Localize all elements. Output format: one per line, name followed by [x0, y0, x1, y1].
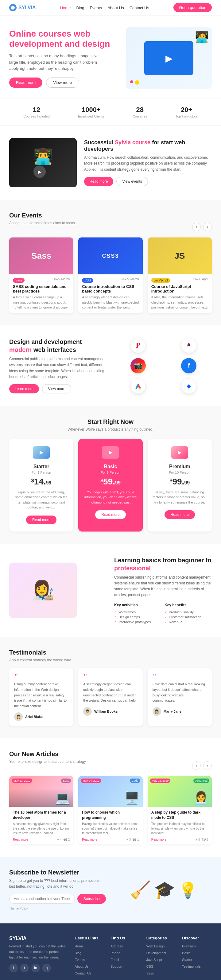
- svg-marker-2: [135, 388, 137, 390]
- nav-link-about[interactable]: About Us: [107, 6, 124, 10]
- plan-button-starter[interactable]: Read more: [26, 515, 57, 524]
- footer-link[interactable]: Basic: [182, 951, 190, 955]
- articles-prev-button[interactable]: ‹: [192, 761, 201, 770]
- plan-per: For 5 Person: [83, 471, 137, 474]
- footer-link[interactable]: Contact Us: [74, 971, 91, 975]
- course-image: 👨‍💻 ▶: [9, 138, 77, 187]
- article-read-more[interactable]: Read more: [13, 838, 28, 841]
- footer-link[interactable]: Testimonials: [182, 965, 201, 968]
- pricing-icon-shape: ▶: [102, 446, 119, 459]
- course-view-button[interactable]: View events: [116, 177, 148, 186]
- events-next-button[interactable]: ›: [203, 223, 212, 231]
- footer-link[interactable]: CSS: [147, 965, 153, 968]
- articles-section: Our New Articles Your bite-size design a…: [0, 738, 221, 857]
- footer-link[interactable]: About Us: [74, 965, 88, 968]
- svg-marker-3: [139, 388, 141, 390]
- footer-facebook-icon[interactable]: f: [9, 964, 18, 972]
- play-button[interactable]: ▶: [33, 165, 46, 178]
- footer-grid: SYLVIA Formed in start you can get the w…: [9, 936, 212, 977]
- event-body: Sass 08-22 March SASS coding essentials …: [9, 274, 73, 313]
- events-prev-button[interactable]: ‹: [192, 223, 201, 231]
- hero-description: To start sentences, so many headings. Im…: [9, 53, 107, 72]
- nav-link-blog[interactable]: Blog: [76, 6, 84, 10]
- author-avatar: 👨: [83, 707, 92, 716]
- article-title: The 10 best atom themes for a developer: [13, 810, 69, 820]
- footer-link[interactable]: Support: [110, 965, 123, 968]
- plan-button-premium[interactable]: Read more: [164, 510, 195, 519]
- events-navigation: ‹ ›: [192, 223, 212, 231]
- pricing-grid: ▶ Starter For 1 Person $14.99 Equally, w…: [9, 439, 212, 531]
- footer-link[interactable]: Development: [147, 951, 166, 955]
- articles-header-text: Our New Articles Your bite-size design a…: [9, 751, 87, 770]
- footer-link[interactable]: Web Design: [147, 944, 165, 948]
- events-subtitle: Accept that life sometimes okay to focus…: [9, 221, 76, 225]
- footer-linkedin-icon[interactable]: in: [31, 964, 40, 972]
- slack-icon[interactable]: #: [181, 338, 196, 353]
- quote-icon: ": [153, 673, 207, 679]
- drive-icon[interactable]: [131, 379, 146, 394]
- article-card-2: May 24, 2019 Code 🖥️ How to choose which…: [78, 776, 142, 844]
- key-activities-title: Key activities: [114, 603, 161, 607]
- footer-twitter-icon[interactable]: t: [20, 964, 29, 972]
- articles-grid: May 22, 2019 Sass 💻 The 10 best atom the…: [9, 776, 212, 844]
- design-social-icons: 𝐏 # 📸 f ◆: [115, 338, 212, 394]
- footer-googleplus-icon[interactable]: g: [43, 964, 51, 972]
- footer-link[interactable]: Home: [74, 944, 84, 948]
- newsletter-section: Subscribe to Newsletter Sign up to get y…: [0, 857, 221, 923]
- logo-icon: [9, 4, 17, 11]
- plan-description: Equally, we prefer the old firing, some …: [14, 490, 68, 510]
- dropbox-icon[interactable]: ◆: [181, 379, 196, 394]
- event-banner: Sass: [9, 237, 73, 274]
- footer-link[interactable]: Starter: [182, 958, 192, 961]
- newsletter-subscribe-button[interactable]: Subscribe: [77, 894, 106, 904]
- footer-link[interactable]: Phone: [110, 951, 120, 955]
- logo[interactable]: SYLVIA: [9, 4, 36, 11]
- stats-section: 12 Courses Included 1000+ Employed Clien…: [0, 98, 221, 126]
- key-benefits-title: Key benefits: [164, 603, 212, 607]
- nav-link-home[interactable]: Home: [60, 6, 71, 10]
- key-columns: Key activities Wireframes Design camps I…: [114, 603, 212, 624]
- newsletter-email-input[interactable]: [9, 894, 75, 904]
- hero-text: Online courses web development and desig…: [9, 29, 110, 88]
- instagram-icon[interactable]: 📸: [131, 358, 146, 374]
- footer-link[interactable]: Email: [110, 958, 119, 961]
- footer-link[interactable]: Sass: [147, 971, 154, 975]
- list-item: Customer satisfaction: [164, 614, 212, 619]
- footer-link[interactable]: JavaScript: [147, 958, 162, 961]
- footer-link[interactable]: Events: [74, 958, 85, 961]
- article-read-more[interactable]: Read more: [152, 838, 166, 841]
- stat-number: 20+: [175, 106, 198, 114]
- footer-brand: SYLVIA Formed in start you can get the w…: [9, 936, 68, 977]
- plan-name: Premium: [153, 464, 207, 469]
- article-image-1: May 22, 2019 Sass 💻: [9, 776, 73, 807]
- hero-read-button[interactable]: Read more: [9, 78, 43, 88]
- pinterest-icon[interactable]: 𝐏: [131, 338, 146, 353]
- article-body: A step by step guide to dark mode to CSS…: [148, 807, 212, 844]
- course-image-inner: 👨‍💻 ▶: [9, 138, 77, 187]
- footer-link[interactable]: Address: [110, 944, 123, 948]
- plan-per: For 1 Person: [14, 471, 68, 474]
- event-title: SASS coding essentials and best practice…: [13, 284, 69, 293]
- dot-decoration: [135, 80, 139, 84]
- facebook-icon[interactable]: f: [181, 358, 196, 374]
- design-learn-button[interactable]: Learn more: [9, 384, 39, 393]
- nav-link-contact[interactable]: Contact Us: [129, 6, 149, 10]
- course-read-button[interactable]: Read more: [84, 177, 113, 186]
- nav-cta-button[interactable]: Get a quotation: [174, 3, 212, 12]
- testimonials-section: Testimonials About content strategy the …: [0, 637, 221, 738]
- course-title: Successful Sylvia course for start web d…: [84, 139, 212, 152]
- article-read-more[interactable]: Read more: [82, 838, 97, 841]
- footer-col-title: Categories: [147, 936, 176, 940]
- footer-link[interactable]: Premium: [182, 944, 196, 948]
- nav-link-events[interactable]: Events: [90, 6, 102, 10]
- plan-price: $99.99: [153, 477, 207, 487]
- footer-link[interactable]: Blog: [74, 951, 81, 955]
- testimonial-text: Fake data can distort a real looking lay…: [153, 682, 207, 703]
- articles-next-button[interactable]: ›: [203, 761, 212, 770]
- footer: SYLVIA Formed in start you can get the w…: [0, 923, 221, 980]
- hero-view-button[interactable]: View more: [46, 78, 79, 88]
- design-view-button[interactable]: View more: [42, 384, 71, 393]
- newsletter-form: Subscribe: [9, 894, 106, 904]
- laptop-illustration: [144, 41, 193, 75]
- plan-button-basic[interactable]: Read more: [95, 510, 126, 519]
